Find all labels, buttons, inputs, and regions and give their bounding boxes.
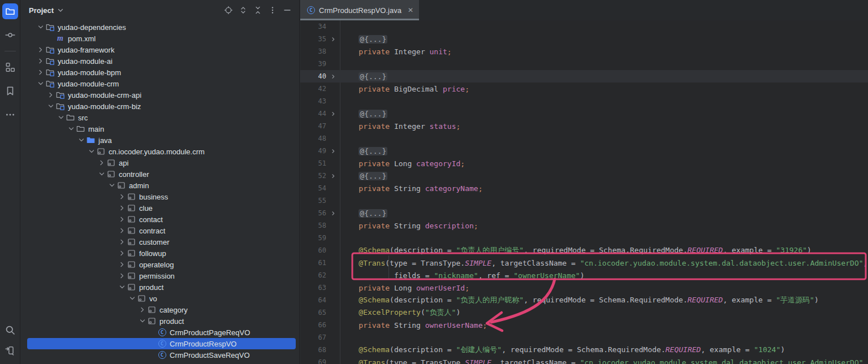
tree-item-yudao-module-ai[interactable]: yudao-module-ai [21, 55, 299, 67]
tree-item-customer[interactable]: customer [21, 236, 299, 248]
tree-item-api[interactable]: api [21, 157, 299, 168]
editor-tab-CrmProductRespVO[interactable]: C CrmProductRespVO.java ✕ [300, 0, 419, 20]
code-line-42[interactable]: 42 private BigDecimal price; [300, 83, 868, 95]
code-line-65[interactable]: 65 @ExcelProperty("负责人") [300, 306, 868, 319]
tree-item-permission[interactable]: permission [21, 270, 299, 281]
chevron-down-icon[interactable] [36, 79, 45, 88]
tree-item-followup[interactable]: followup [21, 248, 299, 259]
chevron-right-icon[interactable] [117, 237, 127, 246]
code-line-67[interactable]: 67 [300, 331, 868, 344]
code-line-63[interactable]: 63 private Long ownerUserId; [300, 281, 868, 294]
code-line-35[interactable]: 35 @{...} [300, 33, 868, 45]
fold-chevron-icon[interactable] [326, 173, 340, 179]
chevron-right-icon[interactable] [117, 226, 127, 235]
chevron-down-icon[interactable] [46, 102, 55, 111]
folded-region[interactable]: @{...} [359, 72, 387, 81]
tree-item-crmproductrespvo[interactable]: CCrmProductRespVO [21, 338, 299, 349]
folded-region[interactable]: @{...} [359, 172, 387, 180]
tree-item-contact[interactable]: contact [21, 214, 299, 225]
code-line-54[interactable]: 54 private String categoryName; [300, 182, 868, 194]
chevron-right-icon[interactable] [117, 215, 127, 224]
tree-item-yudao-module-crm-api[interactable]: yudao-module-crm-api [21, 89, 299, 101]
close-icon[interactable]: ✕ [408, 6, 413, 14]
code-line-51[interactable]: 51 private Long categoryId; [300, 157, 868, 170]
folded-region[interactable]: @{...} [359, 209, 387, 218]
fold-chevron-icon[interactable] [326, 148, 340, 154]
fold-chevron-icon[interactable] [326, 111, 340, 117]
chevron-right-icon[interactable] [46, 90, 55, 99]
chevron-down-icon[interactable] [127, 294, 137, 303]
code-line-60[interactable]: 60 @Schema(description = "负责人的用户编号", req… [300, 244, 868, 257]
chevron-down-icon[interactable] [56, 113, 66, 122]
tree-item-admin[interactable]: admin [21, 180, 299, 191]
code-line-59[interactable]: 59 [300, 232, 868, 244]
chevron-right-icon[interactable] [36, 57, 45, 66]
tree-item-cn-iocoder-yudao-module-crm[interactable]: cn.iocoder.yudao.module.crm [21, 146, 299, 157]
code-line-64[interactable]: 64 @Schema(description = "负责人的用户昵称", req… [300, 294, 868, 306]
code-line-39[interactable]: 39 [300, 58, 868, 70]
fold-chevron-icon[interactable] [326, 73, 340, 80]
tree-item-product[interactable]: product [21, 281, 299, 293]
code-line-58[interactable]: 58 private String description; [300, 219, 868, 232]
folded-region[interactable]: @{...} [359, 147, 387, 155]
tree-item-src[interactable]: src [21, 112, 299, 123]
code-line-40[interactable]: 40 @{...} [300, 70, 868, 83]
chevron-right-icon[interactable] [117, 192, 127, 201]
code-line-55[interactable]: 55 [300, 194, 868, 207]
tree-item-yudao-module-bpm[interactable]: yudao-module-bpm [21, 67, 299, 78]
code-line-47[interactable]: 47 private Integer status; [300, 120, 868, 132]
tree-item-crmproductsavereqvo[interactable]: CCrmProductSaveReqVO [21, 349, 299, 361]
chevron-down-icon[interactable] [36, 23, 45, 32]
code-line-34[interactable]: 34 [300, 20, 868, 33]
code-line-43[interactable]: 43 [300, 95, 868, 107]
tree-item-product[interactable]: product [21, 315, 299, 327]
chevron-down-icon[interactable] [57, 6, 64, 14]
collapse-all-icon[interactable] [251, 3, 265, 18]
tree-item-main[interactable]: main [21, 123, 299, 135]
options-kebab-icon[interactable] [265, 3, 280, 18]
code-line-44[interactable]: 44 @{...} [300, 107, 868, 120]
tree-item-yudao-framework[interactable]: yudao-framework [21, 44, 299, 55]
tree-item-crmproductpagereqvo[interactable]: CCrmProductPageReqVO [21, 327, 299, 338]
tree-item-contract[interactable]: contract [21, 225, 299, 236]
folder-icon[interactable] [2, 3, 18, 19]
tree-item-pom-xml[interactable]: mpom.xml [21, 33, 299, 44]
folded-region[interactable]: @{...} [359, 35, 387, 44]
chevron-down-icon[interactable] [97, 170, 106, 179]
chevron-down-icon[interactable] [117, 283, 127, 292]
bookmark-icon[interactable] [2, 83, 18, 99]
chevron-right-icon[interactable] [117, 203, 127, 213]
tree-item-clue[interactable]: clue [21, 202, 299, 214]
chevron-down-icon[interactable] [107, 181, 116, 190]
chevron-down-icon[interactable] [137, 317, 147, 326]
chevron-right-icon[interactable] [36, 68, 45, 77]
code-line-49[interactable]: 49 @{...} [300, 145, 868, 157]
tree-item-controller[interactable]: controller [21, 168, 299, 180]
commit-icon[interactable] [2, 27, 18, 43]
chevron-right-icon[interactable] [97, 158, 106, 167]
dock-icon[interactable] [2, 343, 18, 358]
tree-item-java[interactable]: java [21, 135, 299, 146]
project-panel-title[interactable]: Project [29, 6, 54, 15]
chevron-right-icon[interactable] [117, 249, 127, 258]
chevron-down-icon[interactable] [76, 136, 86, 145]
code-area[interactable]: 3435 @{...}38 private Integer unit;3940 … [300, 20, 868, 364]
more-icon[interactable] [2, 107, 18, 123]
code-line-61[interactable]: 61 @Trans(type = TransType.SIMPLE, targe… [300, 257, 868, 269]
code-line-69[interactable]: 69 @Trans(type = TransType.SIMPLE, targe… [300, 356, 868, 364]
search-icon[interactable] [2, 322, 18, 338]
tree-item-yudao-module-crm[interactable]: yudao-module-crm [21, 78, 299, 89]
folded-region[interactable]: @{...} [359, 110, 387, 118]
fold-chevron-icon[interactable] [326, 210, 340, 216]
chevron-down-icon[interactable] [66, 124, 76, 133]
code-line-56[interactable]: 56 @{...} [300, 207, 868, 219]
tree-item-yudao-dependencies[interactable]: yudao-dependencies [21, 21, 299, 33]
tree-item-category[interactable]: category [21, 304, 299, 315]
structure-icon[interactable] [2, 59, 18, 75]
chevron-down-icon[interactable] [87, 147, 96, 156]
code-line-52[interactable]: 52 @{...} [300, 170, 868, 182]
tree-item-vo[interactable]: vo [21, 293, 299, 304]
code-line-62[interactable]: 62 fields = "nickname", ref = "ownerUser… [300, 269, 868, 281]
expand-all-icon[interactable] [236, 3, 251, 18]
code-line-38[interactable]: 38 private Integer unit; [300, 45, 868, 58]
